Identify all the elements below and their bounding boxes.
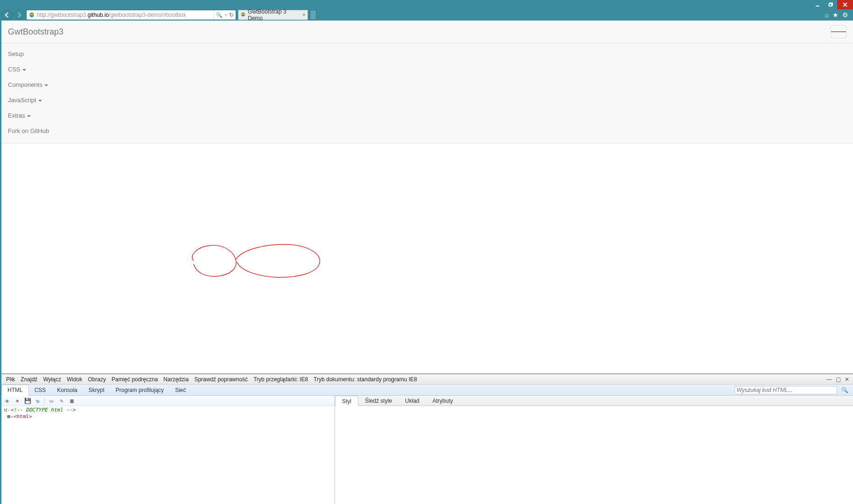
nav-components[interactable]: Components bbox=[1, 77, 853, 92]
wordwrap-icon[interactable]: ▦ bbox=[68, 397, 76, 405]
window-restore-button[interactable] bbox=[824, 0, 837, 9]
nav-setup[interactable]: Setup bbox=[1, 46, 853, 62]
page-body-empty bbox=[1, 144, 853, 373]
devtools-styles-pane: Styl Śledź style Układ Atrybuty bbox=[335, 396, 853, 504]
devmenu-docmode[interactable]: Tryb dokumentu: standardy programu IE8 bbox=[311, 375, 420, 384]
devtools-close-icon[interactable]: ✕ bbox=[844, 376, 850, 383]
devtab-html[interactable]: HTML bbox=[1, 385, 29, 396]
devtools-search[interactable]: 🔍 bbox=[734, 386, 851, 394]
tab-close-icon[interactable]: × bbox=[302, 12, 306, 18]
devtab-skrypt[interactable]: Skrypt bbox=[83, 385, 110, 395]
styles-tab-sledz[interactable]: Śledź style bbox=[358, 396, 399, 406]
tab-title: GwtBootstrap 3 Demo bbox=[248, 8, 301, 21]
devmenu-obrazy[interactable]: Obrazy bbox=[85, 375, 109, 384]
ie-favicon-icon bbox=[27, 12, 37, 18]
refresh-tree-icon[interactable]: ↻ bbox=[34, 397, 42, 405]
svg-rect-0 bbox=[829, 4, 832, 6]
separator bbox=[44, 398, 45, 404]
refresh-icon[interactable]: ↻ bbox=[229, 12, 234, 18]
caret-down-icon bbox=[27, 115, 31, 117]
devtab-siec[interactable]: Sieć bbox=[169, 385, 191, 395]
devmenu-plik[interactable]: Plik bbox=[3, 375, 18, 384]
window-minimize-button[interactable] bbox=[811, 0, 824, 9]
caret-down-icon bbox=[22, 69, 26, 71]
devtools-tabbar: HTML CSS Konsola Skrypt Program profiluj… bbox=[1, 385, 853, 396]
devtools-dom-tree[interactable]: ✥ ⨯ 💾 ↻ ▭ ✎ ▦ ⊟-<!-- DOCTYPE html --> ⊞-… bbox=[1, 396, 335, 504]
devtools: Plik Znajdź Wyłącz Widok Obrazy Pamięć p… bbox=[1, 373, 853, 504]
nav-fork[interactable]: Fork on GitHub bbox=[1, 123, 853, 139]
favorites-icon[interactable]: ★ bbox=[832, 11, 839, 19]
nav-javascript[interactable]: JavaScript bbox=[1, 92, 853, 108]
nav-menu: Setup CSS Components JavaScript Extras F… bbox=[1, 43, 853, 143]
nav-css[interactable]: CSS bbox=[1, 62, 853, 77]
caret-down-icon bbox=[44, 84, 48, 86]
window-close-button[interactable] bbox=[837, 0, 853, 9]
devmenu-browsermode[interactable]: Tryb przeglądarki: IE8 bbox=[251, 375, 311, 384]
styles-tab-uklad[interactable]: Układ bbox=[399, 396, 426, 406]
back-button[interactable] bbox=[2, 10, 12, 20]
address-url: http://gwtbootstrap3.github.io/gwtbootst… bbox=[37, 12, 214, 18]
page-brand: GwtBootstrap3 bbox=[8, 27, 63, 37]
devmenu-sprawdz[interactable]: Sprawdź poprawność bbox=[191, 375, 251, 384]
devtools-search-input[interactable] bbox=[734, 386, 837, 394]
devmenu-wylacz[interactable]: Wyłącz bbox=[40, 375, 64, 384]
search-icon[interactable]: 🔍 bbox=[216, 12, 223, 18]
tab-favicon-icon bbox=[240, 12, 246, 19]
forward-button[interactable] bbox=[14, 10, 24, 20]
address-bar[interactable]: http://gwtbootstrap3.github.io/gwtbootst… bbox=[26, 10, 236, 20]
edit-icon[interactable]: ✎ bbox=[58, 397, 65, 405]
window-titlebar bbox=[0, 0, 853, 9]
devtab-profil[interactable]: Program profilujący bbox=[110, 385, 169, 395]
home-icon[interactable]: ⌂ bbox=[825, 11, 829, 19]
devtab-css[interactable]: CSS bbox=[29, 385, 52, 395]
new-tab-button[interactable] bbox=[310, 10, 316, 20]
tools-gear-icon[interactable]: ⚙ bbox=[842, 11, 848, 19]
devmenu-pamiec[interactable]: Pamięć podręczna bbox=[109, 375, 161, 384]
devtools-undock-icon[interactable]: ▢ bbox=[835, 376, 842, 383]
styles-tab-atrybuty[interactable]: Atrybuty bbox=[426, 396, 460, 406]
devmenu-znajdz[interactable]: Znajdź bbox=[18, 375, 40, 384]
caret-down-icon bbox=[38, 100, 42, 102]
devtools-menubar: Plik Znajdź Wyłącz Widok Obrazy Pamięć p… bbox=[1, 374, 853, 385]
devtools-minimize-icon[interactable]: — bbox=[825, 376, 833, 383]
browser-chrome: http://gwtbootstrap3.github.io/gwtbootst… bbox=[0, 9, 853, 21]
nav-extras[interactable]: Extras bbox=[1, 108, 853, 123]
navbar-toggle-icon[interactable] bbox=[831, 25, 846, 38]
element-outline-icon[interactable]: ▭ bbox=[48, 397, 55, 405]
styles-tab-styl[interactable]: Styl bbox=[335, 396, 358, 406]
devmenu-widok[interactable]: Widok bbox=[64, 375, 85, 384]
devtab-konsola[interactable]: Konsola bbox=[51, 385, 83, 395]
search-icon[interactable]: 🔍 bbox=[839, 387, 851, 393]
save-icon[interactable]: 💾 bbox=[24, 397, 31, 405]
clear-cache-icon[interactable]: ⨯ bbox=[14, 397, 21, 405]
devmenu-narzedzia[interactable]: Narzędzia bbox=[161, 375, 191, 384]
pointer-select-icon[interactable]: ✥ bbox=[3, 397, 11, 405]
browser-tab[interactable]: GwtBootstrap 3 Demo × bbox=[238, 10, 308, 20]
navbar: GwtBootstrap3 bbox=[1, 21, 853, 43]
